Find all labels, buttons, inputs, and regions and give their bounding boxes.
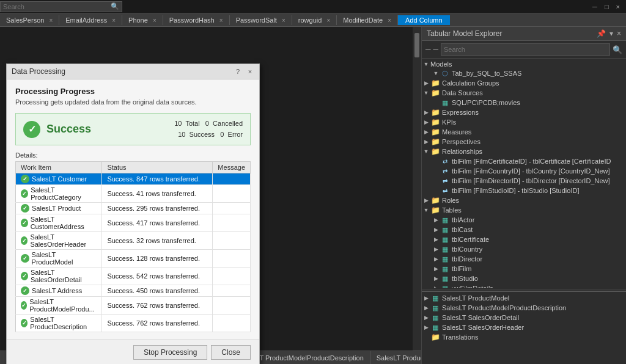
tree-item[interactable]: ▶▦SalesLT SalesOrderHeader [422,322,626,332]
row-success-icon: ✓ [21,236,28,245]
table-row[interactable]: ✓SalesLT ProductModelProdu...Success. 76… [16,297,251,315]
table-row[interactable]: ✓SalesLT SalesOrderDetailSuccess. 542 ro… [16,268,251,285]
tree-item-label: tblFilm [FilmCertificateID] - tblCertifi… [452,158,611,165]
table-row[interactable]: ✓SalesLT ProductModelSuccess. 128 rows t… [16,250,251,268]
table-row[interactable]: ✓SalesLT ProductCategorySuccess. 41 rows… [16,185,251,203]
tree-item[interactable]: ▶▦tblDirector [422,254,626,264]
tab-add-column[interactable]: Add Column [398,15,450,25]
tab-close-icon[interactable]: × [388,17,391,24]
tree-item[interactable]: ▶📁Expressions [422,107,626,117]
dialog-close-btn[interactable]: × [246,67,254,76]
tab-close-icon[interactable]: × [112,17,116,24]
tab-modifieddate[interactable]: ModifiedDate × [337,15,398,25]
tree-item[interactable]: ▶📁Calculation Groups [422,78,626,88]
tme-search-magnify[interactable]: 🔍 [613,45,622,54]
tree-item-label: tblFilm [452,265,471,272]
tab-close-icon[interactable]: × [219,17,223,24]
tree-models-root[interactable]: ▼Models [422,60,626,68]
tme-search-icon2: ─ [433,45,439,54]
maximize-btn[interactable]: □ [601,3,613,10]
tree-arrow: ▶ [432,266,440,272]
tree-item[interactable]: ▶▦tblCertificate [422,235,626,244]
table-row[interactable]: ✓SalesLT CustomerAddressSuccess. 417 row… [16,214,251,232]
tree-item[interactable]: ▼📁Tables [422,205,626,215]
row-success-icon: ✓ [21,301,27,310]
tree-item[interactable]: ▶📁Roles [422,195,626,205]
tab-passwordsalt[interactable]: PasswordSalt × [230,15,292,25]
tree-item[interactable]: ▶▦SalesLT ProductModelProductDescription [422,303,626,313]
tree-item[interactable]: ▼📁Data Sources [422,88,626,98]
tree-item-label: SalesLT ProductModel [442,294,509,302]
tree-arrow: ▶ [432,256,440,262]
top-search-input[interactable] [3,3,111,10]
table-icon: ▦ [442,246,448,253]
dialog-help-btn[interactable]: ? [234,67,242,76]
tree-item[interactable]: ⇄tblFilm [FilmDirectorID] - tblDirector … [422,176,626,186]
tme-close-icon[interactable]: × [617,29,621,38]
dialog-body: Processing Progress Processing gets upda… [7,79,259,340]
tab-rowguid[interactable]: rowguid × [292,15,337,25]
tree-arrow: ▶ [432,246,440,252]
tab-emailaddress[interactable]: EmailAddress × [59,15,122,25]
tree-item[interactable]: ▶▦tblStudio [422,274,626,283]
tree-item[interactable]: ▶▦SalesLT SalesOrderDetail [422,313,626,322]
tree-item[interactable]: ▶📁Measures [422,127,626,137]
scroll-thumb[interactable] [414,33,419,57]
tree-icon-table: ▦ [430,313,440,322]
tab-passwordhash[interactable]: PasswordHash × [163,15,230,25]
minimize-btn[interactable]: ─ [589,3,601,10]
tree-icon-folder: 📁 [430,128,440,136]
tree-item[interactable]: 📁Translations [422,332,626,342]
tree-item[interactable]: ▶▦tblCast [422,225,626,235]
tme-tree-view[interactable]: ▼Models▼⬡Tab_by_SQL_to_SSAS▶📁Calculation… [422,59,626,288]
close-btn[interactable]: Close [211,345,251,360]
tree-item[interactable]: ▶▦tblActor [422,215,626,225]
tree-root-label: Tab_by_SQL_to_SSAS [452,70,521,77]
tab-close-icon[interactable]: × [282,17,285,24]
tab-close-icon[interactable]: × [153,17,156,24]
tree-item[interactable]: ▶▦vwFilmDetails [422,283,626,288]
tme-search-input[interactable] [441,43,610,56]
tree-item[interactable]: ▶📁Perspectives [422,137,626,147]
tme-header-icons: 📌 ▾ × [597,29,621,38]
tree-root-model[interactable]: ▼⬡Tab_by_SQL_to_SSAS [422,68,626,78]
table-row[interactable]: ✓SalesLT AddressSuccess. 450 rows transf… [16,285,251,297]
table-row[interactable]: ✓SalesLT SalesOrderHeaderSuccess. 32 row… [16,232,251,250]
top-search-box[interactable]: 🔍 [0,1,122,12]
table-row[interactable]: ✓SalesLT ProductDescriptionSuccess. 762 … [16,315,251,332]
tree-item[interactable]: ⇄tblFilm [FilmCertificateID] - tblCertif… [422,156,626,166]
tree-arrow: ▶ [422,139,430,145]
dialog-title: Data Processing [12,67,65,76]
tme-bottom-section[interactable]: ▶▦SalesLT ProductModel▶▦SalesLT ProductM… [422,291,626,364]
tree-item[interactable]: ▶📁KPIs [422,117,626,127]
details-label: Details: [15,151,251,159]
tab-phone[interactable]: Phone × [122,15,163,25]
dialog-description: Processing gets updated data from the or… [15,98,251,106]
close-window-btn[interactable]: × [613,3,624,10]
tree-item[interactable]: ▶▦SalesLT ProductModel [422,293,626,303]
tab-salesperson[interactable]: SalesPerson × [0,15,59,25]
tree-item[interactable]: ▶▦tblFilm [422,264,626,274]
row-success-icon: ✓ [21,286,29,295]
vertical-scrollbar[interactable] [413,27,421,351]
details-table: Work Item Status Message ✓SalesLT Custom… [15,161,251,332]
tree-icon-table: ▦ [440,235,450,244]
col-header-workitem: Work Item [16,162,102,173]
tree-item[interactable]: ▦SQL/PC\PCDB;movies [422,98,626,107]
tree-item[interactable]: ⇄tblFilm [FilmStudioID] - tblStudio [Stu… [422,186,626,195]
stop-processing-btn[interactable]: Stop Processing [133,345,207,360]
tree-item[interactable]: ▼📁Relationships [422,147,626,156]
tree-item[interactable]: ▶▦tblCountry [422,244,626,254]
tab-close-icon[interactable]: × [49,17,53,24]
tme-pin-icon[interactable]: 📌 [597,29,606,38]
tme-menu-icon[interactable]: ▾ [609,29,613,38]
link-icon: ⇄ [443,158,447,165]
bottom-tab-productdescription[interactable]: SalesLT ProductDescription [370,351,421,364]
table-row[interactable]: ✓SalesLT ProductSuccess. 295 rows transf… [16,203,251,214]
table-row[interactable]: ✓SalesLT CustomerSuccess. 847 rows trans… [16,173,251,185]
tree-item[interactable]: ⇄tblFilm [FilmCountryID] - tblCountry [C… [422,166,626,176]
tab-close-icon[interactable]: × [326,17,330,24]
models-label: Models [430,60,452,68]
tree-icon-folder: 📁 [430,89,440,97]
tme-header: Tabular Model Explorer 📌 ▾ × [422,27,626,41]
